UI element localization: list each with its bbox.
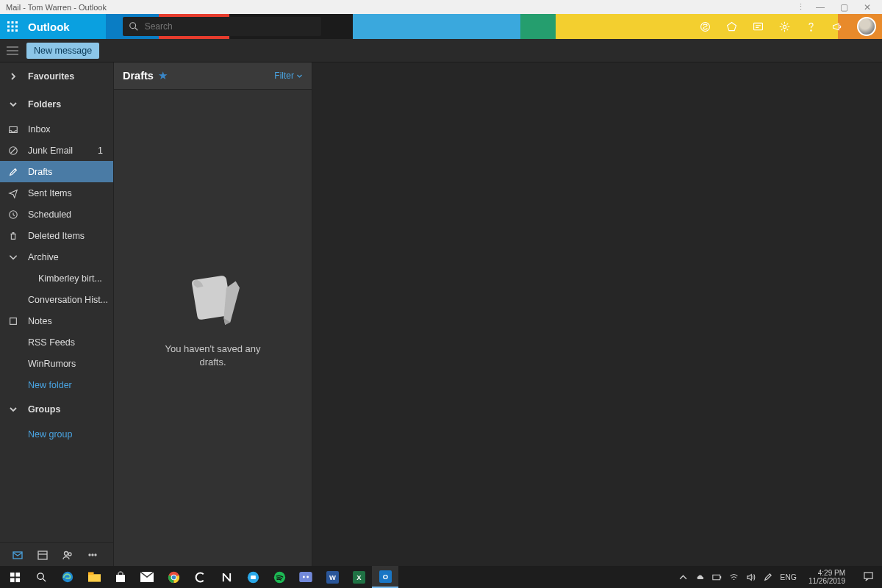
folder-notes[interactable]: Notes: [0, 310, 113, 331]
taskbar: W X O ENG 4:29 PM 11/26/2019: [0, 566, 882, 588]
groups-label: Groups: [28, 404, 60, 415]
new-message-button[interactable]: New message: [26, 43, 99, 59]
groups-section[interactable]: Groups: [0, 395, 113, 423]
filter-button[interactable]: Filter: [274, 71, 303, 81]
calendar-nav-icon[interactable]: [37, 549, 49, 561]
folder-count: 1: [98, 146, 113, 156]
list-title: Drafts: [123, 70, 154, 82]
help-icon[interactable]: [804, 20, 817, 33]
folder-scheduled[interactable]: Scheduled: [0, 204, 113, 225]
svg-text:W: W: [329, 573, 336, 581]
maximize-button[interactable]: ▢: [832, 2, 856, 12]
megaphone-icon[interactable]: [831, 20, 844, 33]
new-folder-link[interactable]: New folder: [0, 374, 113, 395]
start-button[interactable]: [1, 566, 28, 588]
reading-pane: [312, 62, 882, 566]
taskbar-search[interactable]: [28, 566, 54, 588]
svg-point-29: [95, 554, 96, 556]
notes-icon[interactable]: [751, 20, 764, 33]
taskbar-mail[interactable]: [134, 566, 160, 588]
taskbar-store[interactable]: [107, 566, 134, 588]
svg-point-45: [171, 575, 176, 579]
tray-pen-icon[interactable]: [763, 573, 772, 582]
tray-onedrive-icon[interactable]: [695, 573, 705, 582]
message-list-pane: Drafts ★ Filter You haven't saved any dr…: [114, 62, 312, 566]
favourites-section[interactable]: Favourites: [0, 62, 113, 90]
taskbar-discord[interactable]: [293, 566, 319, 588]
svg-rect-47: [251, 575, 256, 578]
skype-icon[interactable]: [698, 20, 711, 33]
premium-icon[interactable]: [725, 20, 738, 33]
system-tray: ENG 4:29 PM 11/26/2019: [678, 569, 879, 586]
tray-volume-icon[interactable]: [746, 573, 756, 582]
settings-icon[interactable]: [778, 20, 791, 33]
taskbar-app-c[interactable]: [187, 566, 213, 588]
folders-section[interactable]: Folders: [0, 90, 113, 118]
avatar[interactable]: [857, 17, 876, 36]
window-titlebar: Mail - Tom Warren - Outlook ⋮ — ▢ ✕: [0, 0, 882, 14]
taskbar-spotify[interactable]: [266, 566, 293, 588]
empty-state: You haven't saved any drafts.: [114, 90, 312, 566]
folder-inbox[interactable]: Inbox: [0, 118, 113, 140]
svg-rect-33: [15, 578, 20, 582]
search-input[interactable]: [145, 21, 315, 32]
folder-archive[interactable]: Archive: [0, 246, 113, 268]
svg-rect-5: [15, 26, 18, 28]
taskbar-word[interactable]: W: [319, 566, 345, 588]
tray-action-center-icon[interactable]: [857, 572, 879, 583]
more-nav-icon[interactable]: [87, 549, 98, 561]
brand-label[interactable]: Outlook: [25, 21, 70, 33]
folder-label: WinRumors: [28, 359, 113, 369]
svg-rect-38: [88, 572, 94, 575]
folder-deleted[interactable]: Deleted Items: [0, 225, 113, 246]
folder-label: Drafts: [28, 167, 113, 177]
search-box[interactable]: [123, 17, 321, 36]
minimize-button[interactable]: —: [808, 2, 832, 12]
svg-rect-3: [7, 26, 10, 28]
folder-drafts[interactable]: Drafts: [0, 161, 113, 182]
taskbar-app-n[interactable]: [213, 566, 240, 588]
chevron-down-icon: [296, 73, 303, 79]
taskbar-chrome[interactable]: [160, 566, 187, 588]
svg-point-51: [306, 576, 309, 578]
folder-conversation-history[interactable]: Conversation Hist...: [0, 289, 113, 310]
taskbar-excel[interactable]: X: [345, 566, 372, 588]
folder-archive-sub[interactable]: Kimberley birt...: [0, 268, 113, 289]
svg-rect-0: [7, 21, 10, 24]
folder-winrumors[interactable]: WinRumors: [0, 353, 113, 374]
taskbar-edge[interactable]: [54, 566, 81, 588]
svg-line-19: [11, 148, 16, 153]
taskbar-app-blue[interactable]: [240, 566, 266, 588]
app-launcher-button[interactable]: [0, 14, 25, 39]
svg-text:X: X: [356, 573, 362, 581]
folder-junk[interactable]: Junk Email 1: [0, 140, 113, 161]
svg-point-25: [65, 551, 68, 555]
tray-chevron-icon[interactable]: [678, 573, 688, 582]
more-icon[interactable]: ⋮: [792, 2, 808, 12]
new-group-link[interactable]: New group: [0, 423, 113, 445]
block-icon: [7, 146, 19, 156]
tray-battery-icon[interactable]: [712, 573, 722, 582]
tray-language[interactable]: ENG: [780, 573, 797, 581]
mail-nav-icon[interactable]: [12, 549, 24, 561]
svg-point-34: [37, 573, 43, 578]
empty-message: You haven't saved any drafts.: [154, 343, 272, 368]
tray-wifi-icon[interactable]: [729, 573, 739, 582]
tray-clock[interactable]: 4:29 PM 11/26/2019: [804, 569, 850, 586]
favourite-star-icon[interactable]: ★: [158, 69, 168, 82]
folder-label: Kimberley birt...: [38, 273, 113, 284]
folders-label: Folders: [28, 99, 61, 110]
search-icon: [129, 21, 139, 32]
folder-sent[interactable]: Sent Items: [0, 182, 113, 204]
folder-label: Deleted Items: [28, 231, 113, 241]
svg-point-28: [92, 554, 93, 556]
hamburger-button[interactable]: [0, 46, 25, 55]
chevron-down-icon: [9, 100, 18, 109]
people-nav-icon[interactable]: [62, 549, 74, 561]
close-button[interactable]: ✕: [856, 2, 879, 12]
folder-label: Notes: [28, 316, 113, 326]
taskbar-outlook[interactable]: O: [372, 566, 398, 588]
svg-rect-21: [10, 318, 17, 324]
folder-rss[interactable]: RSS Feeds: [0, 331, 113, 353]
taskbar-explorer[interactable]: [81, 566, 107, 588]
